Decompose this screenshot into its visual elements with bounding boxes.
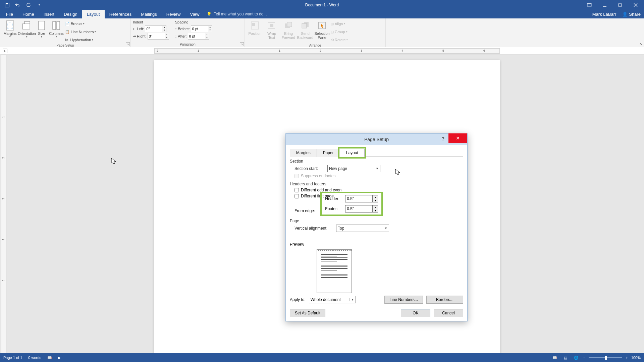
paragraph-launcher[interactable]: ↘	[240, 42, 244, 46]
zoom-in-button[interactable]: +	[626, 356, 628, 360]
ribbon-display-icon[interactable]	[584, 1, 595, 9]
dialog-tab-margins[interactable]: Margins	[290, 149, 317, 157]
qat-customize-icon[interactable]: ▾	[36, 2, 42, 8]
tab-home[interactable]: Home	[18, 10, 39, 18]
group-paragraph: Indent ⇤Left:▲▼ ⇥Right:▲▼ Spacing ↕Befor…	[131, 18, 245, 47]
undo-icon[interactable]	[15, 2, 21, 8]
set-as-default-button[interactable]: Set As Default	[290, 309, 325, 317]
dialog-tabs: Margins Paper Layout	[290, 148, 463, 157]
mouse-cursor-icon	[395, 169, 401, 176]
from-edge-label: From edge:	[294, 208, 315, 213]
svg-rect-16	[252, 23, 255, 26]
ok-button[interactable]: OK	[401, 309, 430, 317]
spacing-after-icon: ↕	[175, 34, 177, 38]
page-setup-launcher[interactable]: ↘	[126, 42, 130, 46]
line-numbers-button[interactable]: Line Numbers...	[384, 296, 423, 304]
horizontal-ruler[interactable]: 2 1 1 2 3 4 5 6	[154, 48, 500, 54]
header-spinner[interactable]: ▲▼	[345, 195, 378, 202]
orientation-button[interactable]: Orientation▾	[19, 19, 35, 44]
svg-rect-17	[270, 24, 273, 27]
indent-right-row: ⇥Right:▲▼	[133, 33, 169, 40]
rotate-button: ⟲Rotate▾	[331, 36, 348, 44]
ribbon: Margins▾ Orientation▾ Size▾ Columns▾ 📄Br…	[0, 18, 644, 47]
dialog-titlebar[interactable]: Page Setup ? ✕	[286, 134, 467, 145]
svg-rect-5	[619, 4, 622, 6]
user-name[interactable]: Mark LaBarr	[592, 12, 616, 17]
spacing-after-input[interactable]: ▲▼	[188, 33, 209, 40]
spellcheck-icon[interactable]: 📖	[47, 356, 52, 360]
tab-design[interactable]: Design	[59, 10, 82, 18]
breaks-button[interactable]: 📄Breaks▾	[65, 20, 96, 27]
section-label: Section	[290, 159, 463, 164]
spinner-down-icon[interactable]: ▼	[373, 209, 378, 212]
columns-button[interactable]: Columns▾	[48, 19, 64, 44]
align-icon: ⊞	[331, 22, 334, 26]
footer-spinner[interactable]: ▲▼	[345, 205, 378, 213]
send-backward-button: Send Backward	[297, 19, 313, 44]
redo-icon[interactable]	[25, 2, 32, 8]
preview-label: Preview	[290, 242, 463, 247]
dialog-close-button[interactable]: ✕	[448, 133, 467, 143]
zoom-out-button[interactable]: −	[583, 356, 585, 360]
tab-selector[interactable]: L	[3, 49, 7, 53]
indent-right-input[interactable]: ▲▼	[148, 33, 169, 40]
section-start-label: Section start:	[294, 166, 325, 171]
vertical-alignment-label: Vertical alignment:	[294, 226, 333, 231]
macro-icon[interactable]: ▶	[58, 356, 61, 360]
borders-button[interactable]: Borders...	[426, 296, 463, 304]
tab-layout[interactable]: Layout	[82, 10, 105, 18]
spacing-before-input[interactable]: ▲▼	[191, 25, 212, 32]
quick-access-toolbar: ▾	[0, 2, 42, 8]
web-layout-icon[interactable]: 🌐	[573, 355, 580, 361]
tab-mailings[interactable]: Mailings	[136, 10, 162, 18]
orientation-icon	[21, 20, 32, 31]
tell-me-placeholder: Tell me what you want to do...	[214, 12, 267, 16]
selection-pane-button[interactable]: Selection Pane	[314, 19, 330, 44]
page-count[interactable]: Page 1 of 1	[3, 356, 22, 360]
chevron-down-icon: ▼	[374, 167, 379, 170]
tab-references[interactable]: References	[105, 10, 136, 18]
cancel-button[interactable]: Cancel	[434, 309, 463, 317]
indent-left-icon: ⇤	[133, 27, 136, 31]
tab-insert[interactable]: Insert	[39, 10, 59, 18]
dialog-help-button[interactable]: ?	[439, 135, 447, 143]
indent-label: Indent	[133, 20, 169, 24]
tab-review[interactable]: Review	[162, 10, 185, 18]
dialog-tab-layout[interactable]: Layout	[340, 149, 365, 157]
share-label: Share	[629, 12, 641, 17]
zoom-slider[interactable]	[589, 357, 622, 358]
vertical-ruler[interactable]: 1 2 3 4 5	[1, 55, 6, 353]
line-numbers-button[interactable]: 📋Line Numbers▾	[65, 28, 96, 36]
close-icon[interactable]	[630, 1, 641, 9]
different-odd-even-check[interactable]: Different odd and even	[294, 188, 463, 192]
share-button[interactable]: 👤 Share	[622, 12, 641, 17]
indent-left-input[interactable]: ▲▼	[145, 25, 166, 32]
collapse-ribbon-icon[interactable]: ᐱ	[640, 42, 642, 46]
size-button[interactable]: Size▾	[36, 19, 48, 44]
wrap-text-icon	[266, 20, 277, 31]
tab-view[interactable]: View	[185, 10, 204, 18]
read-mode-icon[interactable]: 📖	[551, 355, 558, 361]
maximize-icon[interactable]	[614, 1, 626, 9]
zoom-level[interactable]: 100%	[631, 356, 641, 360]
section-start-select[interactable]: New page▼	[327, 165, 380, 172]
svg-rect-21	[287, 22, 292, 27]
dialog-title: Page Setup	[364, 137, 389, 142]
print-layout-icon[interactable]: ▤	[562, 355, 569, 361]
word-count[interactable]: 0 words	[28, 356, 41, 360]
margins-button[interactable]: Margins▾	[2, 19, 18, 44]
tell-me-search[interactable]: 💡 Tell me what you want to do...	[204, 10, 267, 18]
spinner-up-icon[interactable]: ▲	[373, 205, 378, 209]
vertical-alignment-select[interactable]: Top▼	[336, 225, 389, 232]
apply-to-select[interactable]: Whole document▼	[309, 296, 356, 303]
save-icon[interactable]	[4, 2, 10, 8]
spinner-up-icon[interactable]: ▲	[373, 195, 378, 199]
columns-icon	[51, 20, 62, 31]
tab-file[interactable]: File	[1, 10, 18, 18]
indent-right-icon: ⇥	[133, 34, 136, 39]
spinner-down-icon[interactable]: ▼	[373, 199, 378, 202]
hyphenation-button[interactable]: bc‐Hyphenation▾	[65, 36, 96, 44]
minimize-icon[interactable]	[599, 1, 610, 9]
size-icon	[36, 20, 47, 31]
dialog-tab-paper[interactable]: Paper	[317, 149, 340, 157]
